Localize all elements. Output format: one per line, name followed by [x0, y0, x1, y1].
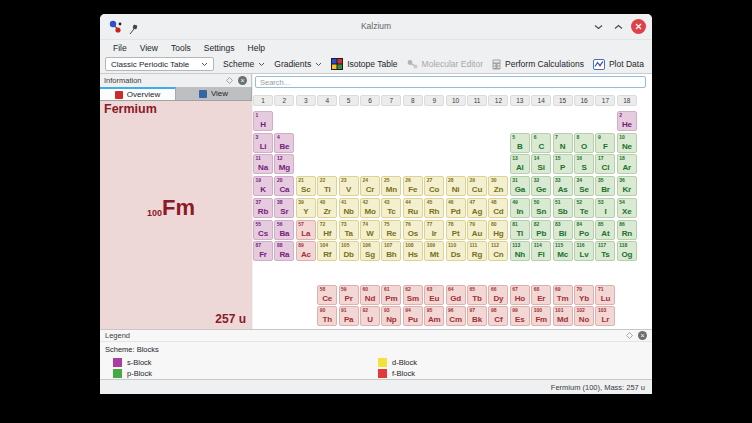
- element-cell-db[interactable]: 105Db: [339, 241, 359, 261]
- element-cell-n[interactable]: 7N: [553, 133, 573, 153]
- element-cell-w[interactable]: 74W: [360, 220, 380, 240]
- element-cell-al[interactable]: 13Al: [510, 154, 530, 174]
- element-cell-ds[interactable]: 110Ds: [446, 241, 466, 261]
- element-cell-ts[interactable]: 117Ts: [595, 241, 615, 261]
- element-cell-as[interactable]: 33As: [553, 176, 573, 196]
- element-cell-fl[interactable]: 114Fl: [531, 241, 551, 261]
- perform-calculations-button[interactable]: Perform Calculations: [492, 59, 584, 70]
- element-cell-te[interactable]: 52Te: [574, 198, 594, 218]
- element-cell-zn[interactable]: 30Zn: [488, 176, 508, 196]
- plot-data-button[interactable]: Plot Data: [593, 59, 644, 70]
- menu-item-file[interactable]: File: [113, 43, 127, 53]
- element-cell-sc[interactable]: 21Sc: [296, 176, 316, 196]
- element-cell-he[interactable]: 2He: [617, 111, 637, 131]
- element-cell-ne[interactable]: 10Ne: [617, 133, 637, 153]
- element-cell-ge[interactable]: 32Ge: [531, 176, 551, 196]
- element-cell-nd[interactable]: 60Nd: [360, 285, 380, 305]
- element-cell-eu[interactable]: 63Eu: [424, 285, 444, 305]
- element-cell-lu[interactable]: 71Lu: [595, 285, 615, 305]
- element-cell-cm[interactable]: 96Cm: [446, 306, 466, 326]
- element-cell-fr[interactable]: 87Fr: [253, 241, 273, 261]
- element-cell-c[interactable]: 6C: [531, 133, 551, 153]
- element-cell-be[interactable]: 4Be: [274, 133, 294, 153]
- maximize-icon[interactable]: [611, 20, 625, 34]
- close-icon[interactable]: [631, 19, 646, 34]
- element-cell-ir[interactable]: 77Ir: [424, 220, 444, 240]
- element-cell-sb[interactable]: 51Sb: [553, 198, 573, 218]
- element-cell-og[interactable]: 118Og: [617, 241, 637, 261]
- element-cell-cf[interactable]: 98Cf: [488, 306, 508, 326]
- element-cell-nb[interactable]: 41Nb: [339, 198, 359, 218]
- element-cell-br[interactable]: 35Br: [595, 176, 615, 196]
- menu-item-settings[interactable]: Settings: [204, 43, 235, 53]
- element-cell-no[interactable]: 102No: [574, 306, 594, 326]
- element-cell-rg[interactable]: 111Rg: [467, 241, 487, 261]
- element-cell-na[interactable]: 11Na: [253, 154, 273, 174]
- element-cell-ac[interactable]: 89Ac: [296, 241, 316, 261]
- element-cell-rh[interactable]: 45Rh: [424, 198, 444, 218]
- tab-overview[interactable]: Overview: [100, 87, 176, 100]
- element-cell-at[interactable]: 85At: [595, 220, 615, 240]
- scheme-button[interactable]: Scheme: [223, 59, 265, 69]
- menu-item-help[interactable]: Help: [248, 43, 265, 53]
- element-cell-bh[interactable]: 107Bh: [381, 241, 401, 261]
- element-cell-rf[interactable]: 104Rf: [317, 241, 337, 261]
- element-cell-lv[interactable]: 116Lv: [574, 241, 594, 261]
- element-cell-au[interactable]: 79Au: [467, 220, 487, 240]
- element-cell-s[interactable]: 16S: [574, 154, 594, 174]
- element-cell-ra[interactable]: 88Ra: [274, 241, 294, 261]
- element-cell-k[interactable]: 19K: [253, 176, 273, 196]
- element-cell-hf[interactable]: 72Hf: [317, 220, 337, 240]
- element-cell-se[interactable]: 34Se: [574, 176, 594, 196]
- element-cell-pm[interactable]: 61Pm: [381, 285, 401, 305]
- element-cell-ta[interactable]: 73Ta: [339, 220, 359, 240]
- element-cell-sm[interactable]: 62Sm: [403, 285, 423, 305]
- element-cell-cd[interactable]: 48Cd: [488, 198, 508, 218]
- element-cell-bk[interactable]: 97Bk: [467, 306, 487, 326]
- element-cell-hg[interactable]: 80Hg: [488, 220, 508, 240]
- element-cell-o[interactable]: 8O: [574, 133, 594, 153]
- element-cell-dy[interactable]: 66Dy: [488, 285, 508, 305]
- gradients-button[interactable]: Gradients: [274, 59, 322, 69]
- element-cell-y[interactable]: 39Y: [296, 198, 316, 218]
- element-cell-b[interactable]: 5B: [510, 133, 530, 153]
- element-cell-am[interactable]: 95Am: [424, 306, 444, 326]
- element-cell-md[interactable]: 101Md: [553, 306, 573, 326]
- element-cell-in[interactable]: 49In: [510, 198, 530, 218]
- element-cell-f[interactable]: 9F: [595, 133, 615, 153]
- isotope-table-button[interactable]: Isotope Table: [331, 58, 397, 70]
- element-cell-li[interactable]: 3Li: [253, 133, 273, 153]
- close-panel-icon[interactable]: ×: [238, 76, 247, 85]
- element-cell-tc[interactable]: 43Tc: [381, 198, 401, 218]
- minimize-icon[interactable]: [591, 20, 605, 34]
- element-cell-cs[interactable]: 55Cs: [253, 220, 273, 240]
- element-cell-mg[interactable]: 12Mg: [274, 154, 294, 174]
- element-cell-cl[interactable]: 17Cl: [595, 154, 615, 174]
- element-cell-os[interactable]: 76Os: [403, 220, 423, 240]
- element-cell-gd[interactable]: 64Gd: [446, 285, 466, 305]
- element-cell-ce[interactable]: 58Ce: [317, 285, 337, 305]
- element-cell-sr[interactable]: 38Sr: [274, 198, 294, 218]
- element-cell-ti[interactable]: 22Ti: [317, 176, 337, 196]
- element-cell-pb[interactable]: 82Pb: [531, 220, 551, 240]
- element-cell-pu[interactable]: 94Pu: [403, 306, 423, 326]
- element-cell-es[interactable]: 99Es: [510, 306, 530, 326]
- element-cell-sg[interactable]: 106Sg: [360, 241, 380, 261]
- element-cell-co[interactable]: 27Co: [424, 176, 444, 196]
- element-cell-pa[interactable]: 91Pa: [339, 306, 359, 326]
- element-cell-ni[interactable]: 28Ni: [446, 176, 466, 196]
- element-cell-mo[interactable]: 42Mo: [360, 198, 380, 218]
- element-cell-po[interactable]: 84Po: [574, 220, 594, 240]
- element-cell-re[interactable]: 75Re: [381, 220, 401, 240]
- element-cell-cn[interactable]: 112Cn: [488, 241, 508, 261]
- element-cell-np[interactable]: 93Np: [381, 306, 401, 326]
- element-cell-ar[interactable]: 18Ar: [617, 154, 637, 174]
- element-cell-la[interactable]: 57La: [296, 220, 316, 240]
- element-cell-yb[interactable]: 70Yb: [574, 285, 594, 305]
- element-cell-xe[interactable]: 54Xe: [617, 198, 637, 218]
- element-cell-ho[interactable]: 67Ho: [510, 285, 530, 305]
- element-cell-p[interactable]: 15P: [553, 154, 573, 174]
- element-cell-hs[interactable]: 108Hs: [403, 241, 423, 261]
- element-cell-pt[interactable]: 78Pt: [446, 220, 466, 240]
- element-cell-tl[interactable]: 81Tl: [510, 220, 530, 240]
